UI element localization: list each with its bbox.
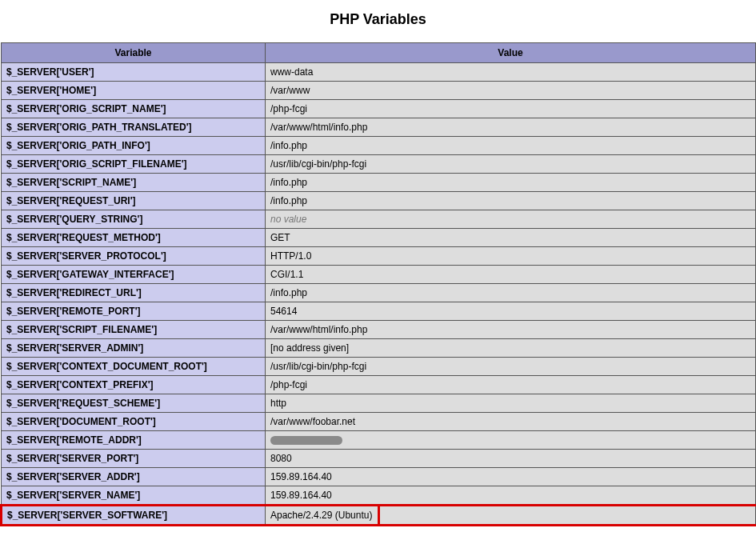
no-value-text: no value xyxy=(270,214,306,225)
variable-value-cell: /php-fcgi xyxy=(266,100,756,118)
table-row: $_SERVER['CONTEXT_PREFIX']/php-fcgi xyxy=(2,376,756,394)
variable-value-cell: 159.89.164.40 xyxy=(266,486,756,506)
variable-value-cell: /var/www/html/info.php xyxy=(266,321,756,339)
variable-value-cell: www-data xyxy=(266,63,756,82)
table-row: $_SERVER['SERVER_ADDR']159.89.164.40 xyxy=(2,468,756,486)
variable-name-cell: $_SERVER['SERVER_PROTOCOL'] xyxy=(2,247,266,266)
variable-value-cell: /info.php xyxy=(266,137,756,155)
value-text: HTTP/1.0 xyxy=(270,250,311,262)
table-row: $_SERVER['CONTEXT_DOCUMENT_ROOT']/usr/li… xyxy=(2,358,756,376)
variable-value-cell: /usr/lib/cgi-bin/php-fcgi xyxy=(266,358,756,376)
variable-name-cell: $_SERVER['HOME'] xyxy=(2,82,266,100)
table-row: $_SERVER['QUERY_STRING']no value xyxy=(2,210,756,229)
value-text: 8080 xyxy=(270,453,292,464)
variable-value-cell: /php-fcgi xyxy=(266,376,756,394)
variable-value-cell: [no address given] xyxy=(266,339,756,358)
column-header-value: Value xyxy=(266,43,756,63)
value-text: http xyxy=(270,398,286,409)
variable-name-cell: $_SERVER['QUERY_STRING'] xyxy=(2,210,266,229)
value-text: /info.php xyxy=(270,177,307,188)
variable-value-cell: /var/www/html/info.php xyxy=(266,118,756,137)
table-row: $_SERVER['SERVER_PROTOCOL']HTTP/1.0 xyxy=(2,247,756,266)
value-text: /info.php xyxy=(270,140,307,151)
variable-name-cell: $_SERVER['SERVER_ADDR'] xyxy=(2,468,266,486)
page-title: PHP Variables xyxy=(0,11,756,28)
variable-value-cell: /info.php xyxy=(266,174,756,192)
variable-name-cell: $_SERVER['CONTEXT_PREFIX'] xyxy=(2,376,266,394)
value-text: /var/www xyxy=(270,85,310,96)
table-row: $_SERVER['SERVER_NAME']159.89.164.40 xyxy=(2,486,756,506)
value-text: 159.89.164.40 xyxy=(270,471,332,482)
variable-name-cell: $_SERVER['DOCUMENT_ROOT'] xyxy=(2,413,266,431)
value-text: /usr/lib/cgi-bin/php-fcgi xyxy=(270,361,366,372)
value-text: www-data xyxy=(270,66,313,78)
value-text: /php-fcgi xyxy=(270,379,307,390)
table-row: $_SERVER['REDIRECT_URL']/info.php xyxy=(2,284,756,302)
redacted-value xyxy=(270,436,342,445)
variable-value-cell: CGI/1.1 xyxy=(266,266,756,284)
table-row: $_SERVER['ORIG_PATH_INFO']/info.php xyxy=(2,137,756,155)
table-row: $_SERVER['SERVER_SOFTWARE']Apache/2.4.29… xyxy=(2,506,756,526)
variable-value-cell: 54614 xyxy=(266,302,756,321)
variable-value-cell: /info.php xyxy=(266,192,756,210)
php-variables-table: Variable Value $_SERVER['USER']www-data$… xyxy=(0,42,756,526)
table-row: $_SERVER['REQUEST_SCHEME']http xyxy=(2,394,756,413)
table-row: $_SERVER['REMOTE_ADDR'] xyxy=(2,431,756,450)
value-text: /info.php xyxy=(270,287,307,298)
variable-name-cell: $_SERVER['REMOTE_ADDR'] xyxy=(2,431,266,450)
table-row: $_SERVER['SERVER_ADMIN'][no address give… xyxy=(2,339,756,358)
variable-value-cell: /var/www/foobar.net xyxy=(266,413,756,431)
variable-name-cell: $_SERVER['SERVER_NAME'] xyxy=(2,486,266,506)
variable-name-cell: $_SERVER['REQUEST_URI'] xyxy=(2,192,266,210)
table-row: $_SERVER['SCRIPT_FILENAME']/var/www/html… xyxy=(2,321,756,339)
table-row: $_SERVER['GATEWAY_INTERFACE']CGI/1.1 xyxy=(2,266,756,284)
value-text: /php-fcgi xyxy=(270,103,307,114)
variable-name-cell: $_SERVER['GATEWAY_INTERFACE'] xyxy=(2,266,266,284)
value-text: 54614 xyxy=(270,306,297,317)
value-text: Apache/2.4.29 (Ubuntu) xyxy=(270,510,372,521)
variable-name-cell: $_SERVER['ORIG_SCRIPT_NAME'] xyxy=(2,100,266,118)
table-row: $_SERVER['ORIG_SCRIPT_FILENAME']/usr/lib… xyxy=(2,155,756,174)
variable-name-cell: $_SERVER['SERVER_ADMIN'] xyxy=(2,339,266,358)
page-container: PHP Variables Variable Value $_SERVER['U… xyxy=(0,11,756,540)
column-header-variable: Variable xyxy=(2,43,266,63)
variable-value-cell: http xyxy=(266,394,756,413)
table-row: $_SERVER['DOCUMENT_ROOT']/var/www/foobar… xyxy=(2,413,756,431)
table-row: $_SERVER['SERVER_PORT']8080 xyxy=(2,450,756,468)
variable-name-cell: $_SERVER['CONTEXT_DOCUMENT_ROOT'] xyxy=(2,358,266,376)
highlight-cap xyxy=(378,506,380,526)
variable-value-cell: /usr/lib/cgi-bin/php-fcgi xyxy=(266,155,756,174)
table-header-row: Variable Value xyxy=(2,43,756,63)
value-text: /var/www/html/info.php xyxy=(270,122,367,133)
table-row: $_SERVER['ORIG_PATH_TRANSLATED']/var/www… xyxy=(2,118,756,137)
variable-name-cell: $_SERVER['REMOTE_PORT'] xyxy=(2,302,266,321)
variable-value-cell: /var/www xyxy=(266,82,756,100)
table-row: $_SERVER['REQUEST_METHOD']GET xyxy=(2,229,756,247)
variable-name-cell: $_SERVER['REQUEST_SCHEME'] xyxy=(2,394,266,413)
value-text: /var/www/foobar.net xyxy=(270,416,355,427)
variable-value-cell: 8080 xyxy=(266,450,756,468)
variable-name-cell: $_SERVER['SERVER_SOFTWARE'] xyxy=(2,506,266,526)
value-text: CGI/1.1 xyxy=(270,269,303,280)
variable-name-cell: $_SERVER['SCRIPT_NAME'] xyxy=(2,174,266,192)
variable-value-cell: GET xyxy=(266,229,756,247)
variable-name-cell: $_SERVER['REDIRECT_URL'] xyxy=(2,284,266,302)
value-text: /var/www/html/info.php xyxy=(270,324,367,335)
variable-name-cell: $_SERVER['SERVER_PORT'] xyxy=(2,450,266,468)
variable-name-cell: $_SERVER['ORIG_SCRIPT_FILENAME'] xyxy=(2,155,266,174)
variable-name-cell: $_SERVER['SCRIPT_FILENAME'] xyxy=(2,321,266,339)
variable-value-cell xyxy=(266,431,756,450)
variable-value-cell: 159.89.164.40 xyxy=(266,468,756,486)
table-row: $_SERVER['ORIG_SCRIPT_NAME']/php-fcgi xyxy=(2,100,756,118)
value-text: /info.php xyxy=(270,195,307,206)
value-text: GET xyxy=(270,232,290,243)
table-row: $_SERVER['REQUEST_URI']/info.php xyxy=(2,192,756,210)
value-text: /usr/lib/cgi-bin/php-fcgi xyxy=(270,158,366,170)
variable-name-cell: $_SERVER['USER'] xyxy=(2,63,266,82)
table-row: $_SERVER['HOME']/var/www xyxy=(2,82,756,100)
variable-name-cell: $_SERVER['REQUEST_METHOD'] xyxy=(2,229,266,247)
variable-value-cell: /info.php xyxy=(266,284,756,302)
variable-value-cell: no value xyxy=(266,210,756,229)
value-text: [no address given] xyxy=(270,342,349,354)
table-row: $_SERVER['USER']www-data xyxy=(2,63,756,82)
